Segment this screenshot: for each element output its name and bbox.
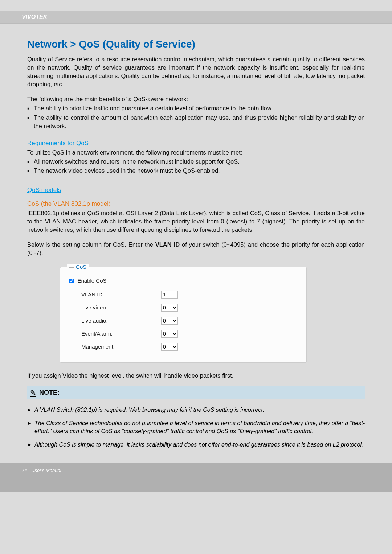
requirements-list: All network switches and routers in the …	[27, 157, 365, 175]
cos-settings-panel: CoS Enable CoS VLAN ID: Live video: 0 Li…	[60, 267, 307, 363]
qos-models-heading: QoS models	[27, 186, 365, 194]
enable-cos-row: Enable CoS	[69, 278, 298, 284]
benefit-item: The ability to prioritize traffic and gu…	[27, 104, 365, 112]
benefits-intro: The following are the main benefits of a…	[27, 95, 365, 103]
enable-cos-checkbox[interactable]	[69, 279, 74, 283]
live-video-select[interactable]: 0	[161, 304, 178, 312]
after-panel-text: If you assign Video the highest level, t…	[27, 372, 365, 380]
live-audio-label: Live audio:	[81, 317, 161, 324]
page-content: Network > QoS (Quality of Service) Quali…	[0, 38, 392, 449]
benefit-item: The ability to control the amount of ban…	[27, 114, 365, 130]
live-audio-row: Live audio: 0	[69, 317, 298, 325]
requirement-item: All network switches and routers in the …	[27, 157, 365, 166]
page-header: VIVOTEK	[0, 11, 392, 24]
management-select[interactable]: 0	[161, 343, 178, 351]
note-list: A VLAN Switch (802.1p) is required. Web …	[27, 406, 365, 449]
cos-heading: CoS (the VLAN 802.1p model)	[27, 200, 365, 208]
vlan-id-input[interactable]	[161, 291, 178, 299]
page-title: Network > QoS (Quality of Service)	[27, 38, 365, 50]
event-alarm-row: Event/Alarm: 0	[69, 330, 298, 338]
enable-cos-label: Enable CoS	[77, 278, 106, 284]
benefits-list: The ability to prioritize traffic and gu…	[27, 104, 365, 130]
brand-text: VIVOTEK	[22, 14, 47, 20]
note-banner: ✎ NOTE:	[27, 386, 365, 399]
cos-paragraph: IEEE802.1p defines a QoS model at OSI La…	[27, 209, 365, 234]
footer-text: 74 - User's Manual	[22, 468, 61, 473]
panel-legend: CoS	[67, 264, 89, 270]
live-audio-select[interactable]: 0	[161, 317, 178, 325]
page-footer: 74 - User's Manual	[0, 463, 392, 492]
pencil-icon: ✎	[30, 389, 36, 397]
vlan-id-label: VLAN ID:	[81, 291, 161, 297]
note-item: A VLAN Switch (802.1p) is required. Web …	[27, 406, 365, 414]
note-label: NOTE:	[39, 389, 60, 397]
intro-paragraph-1: Quality of Service refers to a resource …	[27, 55, 365, 89]
vlan-id-row: VLAN ID:	[69, 291, 298, 299]
cos-below-paragraph: Below is the setting column for CoS. Ent…	[27, 241, 365, 257]
live-video-row: Live video: 0	[69, 304, 298, 312]
requirements-heading: Requirements for QoS	[27, 140, 365, 147]
management-row: Management: 0	[69, 343, 298, 351]
cos-below-b: VLAN ID	[155, 241, 180, 248]
live-video-label: Live video:	[81, 304, 161, 311]
note-item: Although CoS is simple to manage, it lac…	[27, 441, 365, 449]
management-label: Management:	[81, 344, 161, 350]
note-item: The Class of Service technologies do not…	[27, 419, 365, 435]
cos-below-a: Below is the setting column for CoS. Ent…	[27, 241, 155, 248]
event-alarm-select[interactable]: 0	[161, 330, 178, 338]
requirements-intro: To utilize QoS in a network environment,…	[27, 148, 365, 157]
event-alarm-label: Event/Alarm:	[81, 331, 161, 337]
requirement-item: The network video devices used in the ne…	[27, 167, 365, 175]
